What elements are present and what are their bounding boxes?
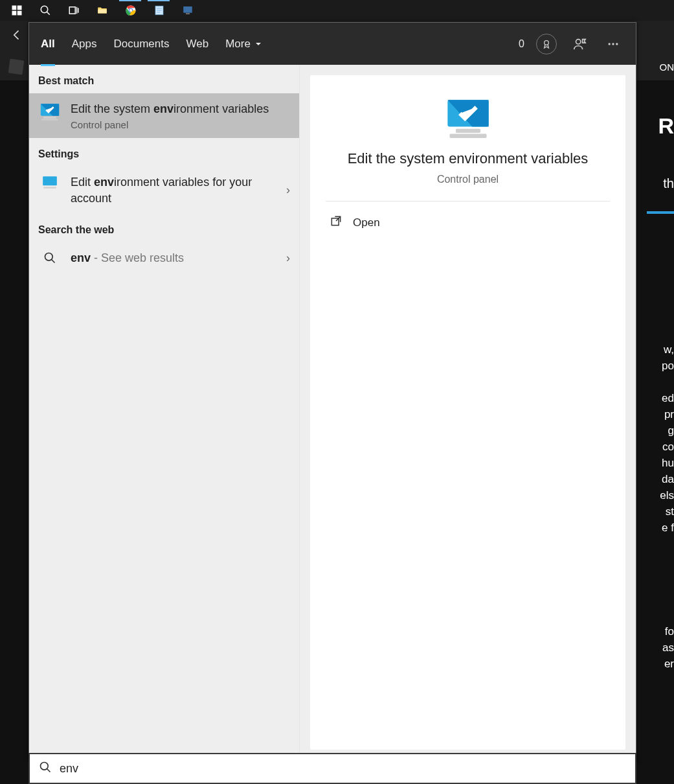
svg-rect-18 [186, 14, 190, 15]
result-title: env - See web results [71, 250, 277, 266]
back-arrow-icon[interactable] [9, 27, 25, 43]
svg-rect-17 [183, 6, 192, 13]
search-bar[interactable] [28, 753, 636, 784]
bg-partial-on: ON [660, 62, 675, 73]
result-best-match[interactable]: Edit the system environment variables Co… [29, 93, 299, 138]
bg-frag: pr [664, 408, 674, 421]
svg-point-19 [545, 40, 549, 45]
svg-rect-34 [456, 129, 480, 133]
bg-frag: da [662, 473, 674, 486]
tab-more-label: More [225, 38, 251, 51]
svg-point-30 [45, 253, 53, 260]
tab-apps[interactable]: Apps [72, 25, 97, 63]
tab-more[interactable]: More [225, 25, 262, 63]
result-title: Edit environment variables for your acco… [71, 174, 277, 206]
search-header: All Apps Documents Web More 0 [29, 23, 636, 65]
svg-rect-28 [43, 177, 57, 186]
search-icon [39, 761, 52, 776]
rewards-medal-icon[interactable] [536, 34, 557, 54]
result-settings-env-user[interactable]: Edit environment variables for your acco… [29, 167, 299, 214]
details-title: Edit the system environment variables [326, 150, 610, 167]
bg-tab-underline [647, 211, 674, 214]
svg-point-37 [41, 763, 49, 770]
bg-partial-th: th [663, 176, 674, 191]
results-left-pane: Best match Edit the system environment v… [29, 65, 300, 760]
result-web-env[interactable]: env - See web results › [29, 242, 299, 273]
svg-rect-0 [12, 6, 17, 10]
svg-rect-9 [98, 10, 107, 14]
result-title: Edit the system environment variables [71, 101, 290, 117]
search-input[interactable] [60, 762, 626, 776]
svg-rect-6 [69, 7, 75, 14]
feedback-person-icon[interactable] [568, 33, 590, 55]
section-best-match: Best match [29, 65, 299, 93]
chevron-right-icon: › [286, 251, 290, 265]
tab-all[interactable]: All [41, 25, 55, 63]
bg-frag: st [666, 505, 674, 518]
svg-point-4 [41, 6, 48, 13]
caret-down-icon [254, 40, 262, 48]
svg-point-21 [609, 43, 611, 45]
bg-frag: as [662, 641, 674, 654]
svg-line-38 [47, 769, 51, 772]
bg-frag: ed [662, 392, 674, 405]
action-open-label: Open [353, 216, 380, 229]
chevron-right-icon: › [286, 183, 290, 197]
section-settings: Settings [29, 138, 299, 167]
section-search-web: Search the web [29, 214, 299, 242]
svg-line-31 [52, 259, 55, 262]
taskbar [0, 0, 674, 21]
bg-frag: w, [664, 343, 674, 356]
app-thumbnail-icon [8, 59, 25, 75]
search-icon [38, 250, 62, 264]
monitor-icon [38, 174, 62, 190]
svg-rect-27 [41, 119, 58, 121]
bg-frag: po [662, 360, 674, 373]
open-icon [330, 214, 343, 231]
svg-rect-1 [17, 6, 22, 10]
details-subtitle: Control panel [326, 174, 610, 185]
svg-point-23 [616, 43, 618, 45]
task-view-icon[interactable] [60, 0, 88, 21]
svg-point-12 [129, 9, 133, 12]
bg-frag: er [664, 658, 674, 671]
notepad-icon[interactable] [145, 0, 174, 21]
svg-rect-26 [43, 117, 56, 119]
bg-frag: fo [665, 625, 674, 638]
bg-frag: co [662, 441, 674, 454]
bg-frag: els [660, 489, 674, 502]
details-right-pane: Edit the system environment variables Co… [310, 75, 625, 750]
start-button[interactable] [3, 0, 31, 21]
rewards-count: 0 [519, 38, 524, 50]
hero-monitor-icon [444, 100, 493, 141]
file-explorer-icon[interactable] [88, 0, 117, 21]
svg-point-20 [576, 39, 581, 43]
bg-frag: e f [662, 522, 674, 535]
svg-point-22 [612, 43, 614, 45]
monitor-icon [38, 101, 62, 122]
svg-rect-2 [12, 11, 17, 16]
result-subtitle: Control panel [71, 119, 290, 130]
search-panel: All Apps Documents Web More 0 Best mat [28, 22, 636, 761]
svg-line-5 [47, 12, 50, 15]
ellipsis-icon[interactable] [602, 33, 624, 55]
screen-sketch-icon[interactable] [174, 0, 202, 21]
bg-partial-r: R [658, 113, 674, 139]
action-open[interactable]: Open [326, 202, 610, 244]
tab-documents[interactable]: Documents [113, 25, 169, 63]
svg-rect-35 [449, 134, 486, 138]
bg-frag: g [668, 424, 674, 437]
chrome-icon[interactable] [117, 0, 145, 21]
taskbar-search-icon[interactable] [31, 0, 60, 21]
tab-web[interactable]: Web [186, 25, 208, 63]
svg-rect-3 [17, 11, 22, 16]
bg-frag: hu [662, 457, 674, 470]
svg-rect-29 [43, 187, 56, 189]
